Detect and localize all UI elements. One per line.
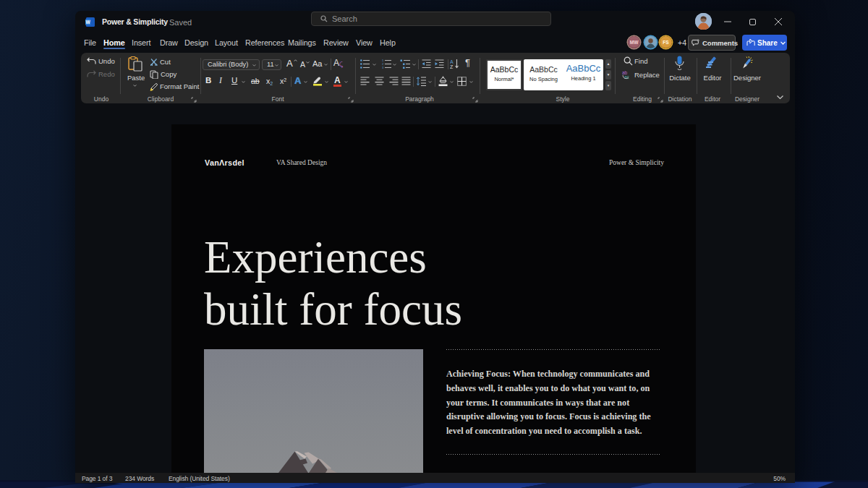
svg-text:3: 3 [382, 66, 384, 69]
svg-text:W: W [86, 20, 91, 25]
svg-text:A: A [450, 59, 454, 64]
svg-text:Z: Z [450, 64, 454, 69]
